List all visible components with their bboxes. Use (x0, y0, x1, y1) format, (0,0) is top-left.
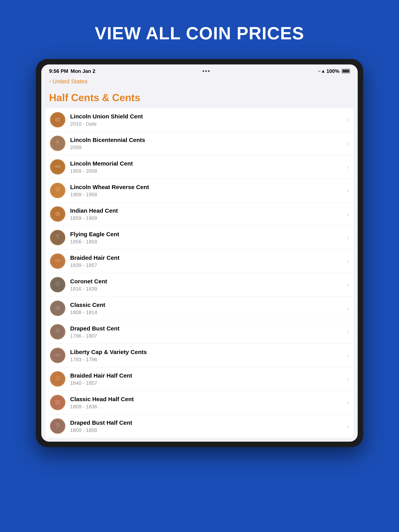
battery-icon (342, 69, 350, 73)
chevron-right-icon: › (347, 352, 349, 359)
chevron-right-icon: › (347, 375, 349, 383)
item-years: 1959 - 2008 (70, 168, 347, 174)
item-name: Flying Eagle Cent (70, 230, 347, 238)
back-label: United States (52, 78, 87, 85)
item-text: Classic Cent1808 - 1814 (70, 301, 347, 316)
chevron-right-icon: › (347, 281, 349, 288)
item-text: Braided Hair Half Cent1840 - 1857 (70, 372, 347, 386)
ipad-frame: 9:56 PM Mon Jan 2 ﹣▴ 100% ‹ United State… (36, 59, 363, 447)
svg-point-35 (55, 375, 60, 381)
chevron-right-icon: › (347, 234, 349, 241)
svg-point-42 (56, 423, 60, 426)
list-item[interactable]: Classic Cent1808 - 1814› (45, 297, 354, 320)
back-chevron-icon: ‹ (49, 78, 51, 84)
status-left: 9:56 PM Mon Jan 2 (49, 68, 95, 74)
item-text: Draped Bust Cent1796 - 1807 (70, 325, 347, 339)
status-center (203, 70, 210, 72)
status-time: 9:56 PM (49, 68, 68, 74)
list-item[interactable]: Lincoln Memorial Cent1959 - 2008› (45, 155, 354, 179)
item-years: 1809 - 1836 (70, 404, 347, 410)
section-header: Half Cents & Cents (41, 89, 358, 108)
status-right: ﹣▴ 100% (317, 68, 350, 74)
list-item[interactable]: Draped Bust Half Cent1800 - 1808› (45, 414, 354, 438)
item-years: 1859 - 1909 (70, 215, 347, 221)
status-bar: 9:56 PM Mon Jan 2 ﹣▴ 100% (41, 64, 358, 76)
status-dot-1 (203, 70, 204, 72)
coin-image (50, 395, 65, 410)
item-text: Lincoln Bicentennial Cents2009 (70, 136, 347, 151)
item-text: Coronet Cent1816 - 1839 (70, 278, 347, 292)
item-years: 1800 - 1808 (70, 427, 347, 433)
list-item[interactable]: Indian Head Cent1859 - 1909› (45, 202, 354, 226)
svg-point-23 (55, 281, 60, 287)
coin-image (50, 159, 65, 175)
item-name: Braided Hair Cent (70, 254, 347, 261)
item-name: Indian Head Cent (70, 207, 347, 214)
item-name: Draped Bust Cent (70, 325, 347, 332)
battery-percent: 100% (327, 68, 340, 74)
coin-image (50, 371, 65, 387)
status-dot-2 (205, 70, 207, 72)
coin-image (50, 183, 65, 198)
item-text: Indian Head Cent1859 - 1909 (70, 207, 347, 221)
item-years: 2009 (70, 145, 347, 151)
svg-rect-3 (56, 121, 59, 122)
item-years: 1793 - 1796 (70, 356, 347, 363)
list-item[interactable]: Braided Hair Cent1839 - 1857› (45, 249, 354, 273)
svg-point-30 (56, 328, 60, 332)
chevron-right-icon: › (347, 305, 349, 312)
item-text: Braided Hair Cent1839 - 1857 (70, 254, 347, 268)
item-name: Classic Cent (70, 301, 347, 309)
list-item[interactable]: Flying Eagle Cent1856 - 1858› (45, 226, 354, 249)
item-text: Draped Bust Half Cent1800 - 1808 (70, 419, 347, 433)
item-years: 1796 - 1807 (70, 333, 347, 339)
list-item[interactable]: Lincoln Wheat Reverse Cent1909 - 1958› (45, 179, 354, 202)
svg-point-11 (55, 187, 60, 192)
chevron-right-icon: › (347, 328, 349, 336)
wifi-icon: ﹣▴ (317, 68, 324, 74)
item-name: Lincoln Bicentennial Cents (70, 136, 347, 144)
item-years: 1909 - 1958 (70, 192, 347, 198)
svg-point-18 (56, 234, 60, 238)
chevron-right-icon: › (347, 140, 349, 147)
chevron-right-icon: › (347, 399, 349, 406)
list-item[interactable]: Braided Hair Half Cent1840 - 1857› (45, 367, 354, 391)
item-text: Lincoln Union Shield Cent2010 - Date (70, 113, 347, 127)
item-years: 1840 - 1857 (70, 380, 347, 386)
section-title: Half Cents & Cents (49, 92, 350, 103)
item-name: Liberty Cap & Variety Cents (70, 348, 347, 356)
list-item[interactable]: Lincoln Union Shield Cent2010 - Date› (45, 108, 354, 132)
svg-rect-39 (56, 404, 59, 405)
page-title: VIEW ALL COIN PRICES (95, 23, 304, 44)
list-item[interactable]: Coronet Cent1816 - 1839› (45, 273, 354, 297)
svg-rect-27 (56, 310, 59, 310)
chevron-right-icon: › (347, 258, 349, 265)
coin-image (50, 136, 65, 151)
list-item[interactable]: Draped Bust Cent1796 - 1807› (45, 320, 354, 344)
list-item[interactable]: Classic Head Half Cent1809 - 1836› (45, 391, 354, 414)
coin-list: Lincoln Union Shield Cent2010 - Date› Li… (45, 108, 354, 438)
coin-image (50, 230, 65, 245)
item-years: 1839 - 1857 (70, 262, 347, 268)
list-item[interactable]: Liberty Cap & Variety Cents1793 - 1796› (45, 344, 354, 367)
item-years: 2010 - Date (70, 121, 347, 127)
item-name: Lincoln Memorial Cent (70, 160, 347, 167)
item-text: Flying Eagle Cent1856 - 1858 (70, 230, 347, 245)
svg-rect-2 (55, 117, 60, 121)
back-button[interactable]: ‹ United States (49, 78, 350, 85)
item-years: 1856 - 1858 (70, 239, 347, 245)
svg-rect-15 (56, 215, 59, 216)
chevron-right-icon: › (347, 163, 349, 171)
status-date: Mon Jan 2 (71, 68, 95, 74)
item-text: Lincoln Memorial Cent1959 - 2008 (70, 160, 347, 174)
item-text: Lincoln Wheat Reverse Cent1909 - 1958 (70, 183, 347, 198)
svg-rect-26 (55, 306, 60, 310)
coin-image (50, 112, 65, 127)
list-item[interactable]: Lincoln Bicentennial Cents2009› (45, 132, 354, 155)
chevron-right-icon: › (347, 423, 349, 430)
coin-image (50, 277, 65, 292)
chevron-right-icon: › (347, 116, 349, 123)
status-dot-3 (208, 70, 210, 72)
coin-image (50, 418, 65, 434)
chevron-right-icon: › (347, 210, 349, 218)
